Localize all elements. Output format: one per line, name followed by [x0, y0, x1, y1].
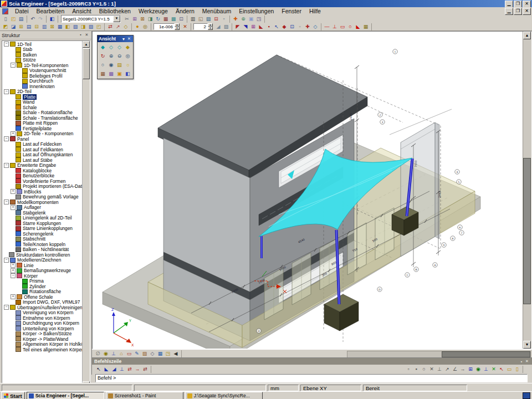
axo-view-button[interactable]: ⊥ — [110, 350, 117, 357]
tree-item-schale-translationsfläche[interactable]: Schale - Translationsfläche — [2, 115, 82, 121]
options-button[interactable]: ◳ — [255, 16, 263, 23]
expander-icon[interactable]: − — [11, 273, 16, 278]
project-window-button[interactable]: ◧ — [48, 16, 56, 23]
tree-item-rotationsfläche[interactable]: Rotationsfläche — [2, 289, 82, 295]
snap-perp-button[interactable]: ⊥ — [436, 366, 443, 373]
expander-icon[interactable]: − — [4, 305, 9, 310]
print-preview-button[interactable]: ◱ — [197, 16, 204, 23]
scroll-up-icon[interactable]: ▲ — [83, 41, 90, 48]
tree-item-übertragen-aufteilen-vereinigen[interactable]: −Übertragen/Aufteilen/Vereinigen — [2, 305, 82, 310]
gap-button[interactable]: ◇ — [122, 23, 130, 30]
expander-icon[interactable]: + — [11, 263, 16, 268]
snap-ortho-button[interactable]: ⊥ — [482, 366, 490, 373]
expander-icon[interactable]: − — [4, 42, 9, 47]
tree-item-liniengelenk-auf-2d-teil[interactable]: Liniengelenk auf 2D-Teil — [2, 216, 82, 221]
menu-hilfe[interactable]: Hilfe — [305, 8, 325, 14]
scrollbar-thumb[interactable] — [83, 48, 90, 79]
tree-item-stabschnitt[interactable]: Stabschnitt — [2, 237, 82, 242]
view-settings-button[interactable]: ◧ — [123, 69, 132, 78]
menu-bearbeiten[interactable]: Bearbeiten — [33, 8, 69, 14]
draw-perp-button[interactable]: ⊥ — [331, 23, 339, 30]
expander-icon[interactable]: + — [11, 294, 16, 299]
fit-lower-button[interactable]: ◣ — [103, 366, 110, 373]
drawing-viewport[interactable]: 2445 7000 2445 4540 750 500 800 2400 150… — [92, 31, 532, 349]
tree-item-prisma[interactable]: Prisma — [2, 279, 82, 284]
solid-view-button[interactable]: ▦ — [156, 350, 164, 357]
sel-tri-button[interactable]: ◣ — [257, 23, 265, 30]
tree-item-erweiterte-eingabe[interactable]: −Erweiterte Eingabe — [2, 163, 82, 168]
pin-icon[interactable]: ▪ — [78, 32, 84, 38]
menu-ansicht[interactable]: Ansicht — [68, 8, 95, 14]
render-style-button[interactable]: ▨ — [141, 350, 149, 357]
tree-item-benutzerblöcke[interactable]: Benutzerblöcke — [2, 173, 82, 179]
title-bar[interactable]: Scia Engineer - [Segel1-2009RC3 Y=1.5 : … — [0, 0, 532, 7]
canvas-vertical-scrollbar[interactable]: ▲ ▼ — [523, 32, 531, 349]
tree-item-stütze[interactable]: Stütze — [2, 58, 82, 63]
tree-item-starre-linienkopplungen[interactable]: Starre Linienkopplungen — [2, 226, 82, 232]
start-button[interactable]: Start — [1, 392, 25, 399]
sel-cursor-button[interactable]: ↖ — [273, 23, 280, 30]
tree-item-offene-schale[interactable]: +Offene Schale — [2, 294, 82, 300]
menu-fenster[interactable]: Fenster — [278, 8, 305, 14]
expander-icon[interactable]: − — [4, 200, 9, 204]
menu-menübaum[interactable]: Menübaum — [198, 8, 236, 14]
sel-clear-button[interactable]: ▫ — [296, 23, 304, 30]
system-tray-icon[interactable] — [523, 392, 530, 399]
cross-link-button[interactable]: ◨ — [79, 23, 87, 30]
beam-h-button[interactable]: ◪ — [9, 23, 17, 30]
scroll-up-icon[interactable]: ▲ — [523, 32, 531, 39]
ansicht-palette[interactable]: Ansicht ▼ ✕ ◆◇◇◆↻⊕⊖◎○◉▤☼▦▩▣◧ — [97, 35, 134, 79]
chevron-down-icon[interactable]: ▼ — [113, 16, 120, 22]
bolt-button[interactable]: ◎ — [141, 23, 149, 30]
tree-item-linie[interactable]: +Linie — [2, 263, 82, 268]
tree-item-allgemeinen-körper-in-hohlkörper[interactable]: Allgemeinen Körper in Hohlkörper — [2, 342, 82, 347]
tree-vertical-scrollbar[interactable]: ▲ ▼ — [82, 41, 90, 388]
menu-datei[interactable]: Datei — [11, 8, 33, 14]
tree-item-projekt-importieren-esa-datei[interactable]: Projekt importieren (ESA-Datei) — [2, 184, 82, 190]
tree-item-körper[interactable]: −Körper — [2, 273, 82, 279]
export-button[interactable]: ⊟ — [212, 16, 220, 23]
snap-box-button[interactable]: ▭ — [505, 366, 513, 373]
swap-ends-button[interactable]: ⇄ — [141, 366, 149, 373]
tree-item-balken[interactable]: Balken — [2, 52, 82, 58]
paste-button[interactable]: ⊠ — [139, 16, 146, 23]
taskbar-task-scia-engineer-segel[interactable]: Scia Engineer - [Segel... — [27, 392, 104, 399]
opening-button[interactable]: ⊠ — [48, 23, 56, 30]
close-icon[interactable]: ✕ — [126, 37, 132, 41]
bar-prev-button[interactable]: ◀ — [172, 350, 180, 357]
precision-spinner[interactable]: 1e-006 ▲▼ — [154, 23, 180, 30]
plate-button[interactable]: ⊟ — [33, 23, 40, 30]
tree-item-innenknoten[interactable]: Innenknoten — [2, 84, 82, 89]
wireframe-button[interactable]: ◇ — [149, 350, 156, 357]
rib-button[interactable]: ◧ — [64, 23, 71, 30]
text-style-button[interactable]: ✎ — [133, 350, 141, 357]
tree-item-entnahme-von-körpern[interactable]: Entnahme von Körpern — [2, 315, 82, 321]
glass-wall[interactable] — [401, 122, 439, 257]
mdi-restore-button[interactable]: ❐ — [514, 8, 522, 15]
tree-item-2d-teil[interactable]: −2D-Teil — [2, 89, 82, 95]
copy-button[interactable]: ⊞ — [131, 16, 139, 23]
snap-intersect-button[interactable]: ✕ — [428, 366, 436, 373]
expander-icon[interactable]: − — [4, 258, 9, 263]
snap-mid-button[interactable]: ▪ — [412, 366, 420, 373]
tree-item-strukturdaten-kontrollieren[interactable]: Strukturdaten kontrollieren — [2, 252, 82, 258]
expander-icon[interactable]: − — [4, 163, 9, 168]
mdi-close-button[interactable]: ✕ — [523, 8, 531, 15]
command-panel-header[interactable]: Befehlszeile ▪ ✕ — [92, 358, 532, 365]
spin-down-icon[interactable]: ▼ — [175, 27, 180, 30]
chevron-down-icon[interactable]: ▼ — [121, 37, 126, 41]
tree-item-voutenquerschnitt[interactable]: Voutenquerschnitt — [2, 68, 82, 74]
view-z-button[interactable]: ◆ — [123, 43, 132, 52]
taskbar-task-screenshot1-paint[interactable]: Screenshot1 - Paint — [106, 392, 183, 399]
draw-rect-button[interactable]: ▭ — [339, 23, 346, 30]
cut-button[interactable]: ✂ — [123, 16, 131, 23]
tree-item-schale[interactable]: Schale — [2, 105, 82, 110]
label-style-button[interactable]: ▭ — [125, 350, 133, 357]
tree-item-1d-teil-komponenten[interactable]: −1D-Teil-Komponenten — [2, 63, 82, 68]
light-button[interactable]: ☼ — [123, 60, 132, 69]
axis-snap-button[interactable]: ⊥ — [118, 366, 126, 373]
menu-werkzeuge[interactable]: Werkzeuge — [135, 8, 172, 14]
tree-item-stabgelenk[interactable]: Stabgelenk — [2, 210, 82, 216]
clip-1-button[interactable]: ∅ — [94, 350, 102, 357]
tree-item-platte-mit-rippen[interactable]: Platte mit Rippen — [2, 121, 82, 126]
